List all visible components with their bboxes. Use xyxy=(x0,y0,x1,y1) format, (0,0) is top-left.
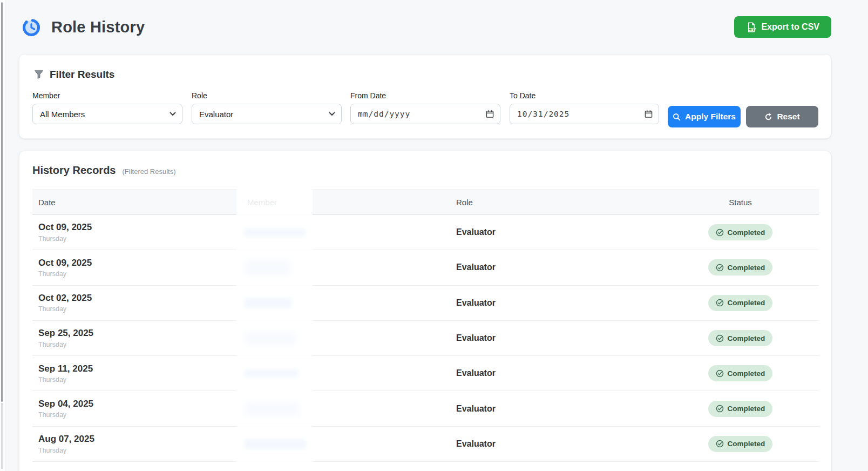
calendar-icon[interactable] xyxy=(486,110,494,118)
row-member-redacted xyxy=(241,321,450,355)
row-role: Evaluator xyxy=(456,227,496,237)
role-filter-value: Evaluator xyxy=(199,110,233,119)
row-member-redacted xyxy=(241,250,450,285)
status-label: Completed xyxy=(728,228,765,237)
check-circle-icon xyxy=(716,405,724,413)
row-date: Oct 09, 2025 xyxy=(38,258,235,268)
from-date-value: mm/dd/yyyy xyxy=(358,110,410,118)
table-row: Oct 09, 2025Thursday Evaluator Completed xyxy=(32,215,819,250)
table-row: Sep 25, 2025Thursday Evaluator Completed xyxy=(32,321,819,356)
to-date-field: To Date 10/31/2025 xyxy=(510,91,659,124)
to-date-input[interactable]: 10/31/2025 xyxy=(510,104,659,124)
records-heading-label: History Records xyxy=(32,164,116,177)
svg-text:CSV: CSV xyxy=(749,27,756,31)
row-member-redacted xyxy=(241,356,450,391)
status-label: Completed xyxy=(728,369,765,378)
row-date: Sep 25, 2025 xyxy=(38,328,235,339)
status-badge: Completed xyxy=(708,436,773,452)
row-role: Evaluator xyxy=(456,298,496,307)
calendar-icon[interactable] xyxy=(645,110,653,118)
row-member-redacted xyxy=(241,286,450,320)
column-header-role: Role xyxy=(450,198,662,207)
row-role: Evaluator xyxy=(456,263,496,272)
row-role: Evaluator xyxy=(456,333,496,342)
apply-filters-button[interactable]: Apply Filters xyxy=(668,106,741,127)
funnel-icon xyxy=(34,70,44,79)
member-filter-field: Member All Members xyxy=(32,91,182,124)
row-day: Thursday xyxy=(38,376,235,383)
status-label: Completed xyxy=(728,264,765,272)
role-filter-label: Role xyxy=(192,91,342,100)
reset-label: Reset xyxy=(777,112,799,122)
member-filter-select[interactable]: All Members xyxy=(32,104,182,124)
clock-history-icon xyxy=(19,16,42,38)
redacted-member-name xyxy=(244,369,299,378)
row-role: Evaluator xyxy=(456,404,496,413)
records-heading: History Records (Filtered Results) xyxy=(32,164,175,177)
filetype-csv-icon: CSV xyxy=(746,22,756,32)
status-badge: Completed xyxy=(708,401,773,417)
status-label: Completed xyxy=(728,334,765,342)
window-scrollbar[interactable] xyxy=(0,0,5,471)
row-role: Evaluator xyxy=(456,439,496,448)
from-date-field: From Date mm/dd/yyyy xyxy=(350,91,500,124)
scrollbar-thumb[interactable] xyxy=(1,2,3,402)
history-records-panel: History Records (Filtered Results) Date … xyxy=(19,151,831,471)
status-badge: Completed xyxy=(708,365,773,381)
redacted-member-name xyxy=(244,228,306,237)
status-badge: Completed xyxy=(708,295,773,311)
member-filter-value: All Members xyxy=(40,110,85,119)
check-circle-icon xyxy=(716,440,724,448)
role-filter-field: Role Evaluator xyxy=(192,91,342,124)
search-icon xyxy=(673,113,681,121)
page-title: Role History xyxy=(51,18,145,36)
check-circle-icon xyxy=(716,228,724,237)
row-date: Sep 04, 2025 xyxy=(38,399,235,409)
check-circle-icon xyxy=(716,299,724,307)
status-badge: Completed xyxy=(708,224,773,240)
chevron-down-icon xyxy=(169,112,176,116)
filter-heading: Filter Results xyxy=(34,69,114,80)
history-table: Date Member Role Status Oct 09, 2025Thur… xyxy=(32,189,819,462)
check-circle-icon xyxy=(716,334,724,342)
filter-heading-label: Filter Results xyxy=(50,69,114,80)
status-label: Completed xyxy=(728,299,765,307)
status-badge: Completed xyxy=(708,259,773,275)
redacted-member-name xyxy=(244,401,300,416)
row-day: Thursday xyxy=(38,270,235,278)
chevron-down-icon xyxy=(329,112,335,116)
status-badge: Completed xyxy=(708,330,773,346)
export-csv-button[interactable]: CSV Export to CSV xyxy=(734,16,831,38)
reset-button[interactable]: Reset xyxy=(746,106,818,127)
row-date: Oct 02, 2025 xyxy=(38,293,235,304)
redacted-member-name xyxy=(244,439,306,449)
role-filter-select[interactable]: Evaluator xyxy=(192,104,342,124)
row-day: Thursday xyxy=(38,341,235,348)
row-day: Thursday xyxy=(38,447,235,454)
from-date-input[interactable]: mm/dd/yyyy xyxy=(350,104,500,124)
row-member-redacted xyxy=(241,215,450,250)
redacted-member-name xyxy=(244,331,296,345)
redacted-member-name xyxy=(244,298,292,308)
column-header-date: Date xyxy=(32,198,241,207)
row-member-redacted xyxy=(241,427,450,461)
scrollbar-track xyxy=(1,403,3,469)
check-circle-icon xyxy=(716,369,724,378)
to-date-label: To Date xyxy=(510,91,659,100)
to-date-value: 10/31/2025 xyxy=(517,110,569,118)
status-label: Completed xyxy=(728,440,765,448)
row-day: Thursday xyxy=(38,305,235,313)
row-day: Thursday xyxy=(38,235,235,243)
status-label: Completed xyxy=(728,405,765,413)
from-date-label: From Date xyxy=(350,91,500,100)
row-role: Evaluator xyxy=(456,368,496,378)
row-date: Sep 11, 2025 xyxy=(38,364,235,374)
member-filter-label: Member xyxy=(32,91,182,100)
table-row: Oct 09, 2025Thursday Evaluator Completed xyxy=(32,250,819,285)
row-day: Thursday xyxy=(38,411,235,419)
table-row: Aug 07, 2025Thursday Evaluator Completed xyxy=(32,427,819,462)
filter-panel: Filter Results Member All Members Role E… xyxy=(19,54,831,139)
table-header-row: Date Member Role Status xyxy=(32,189,819,215)
apply-filters-label: Apply Filters xyxy=(685,112,736,122)
column-header-status: Status xyxy=(662,198,819,207)
